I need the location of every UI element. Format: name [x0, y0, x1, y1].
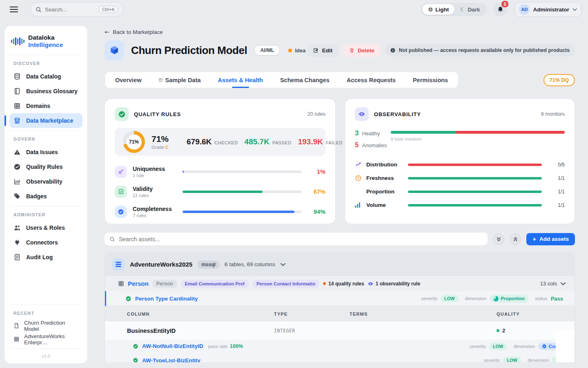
notifications-badge: 5 [501, 0, 510, 8]
dimension-pct: 1% [309, 168, 325, 175]
pass-rate: pass rate 100% [208, 343, 243, 349]
sidebar-item-quality-rules[interactable]: Quality Rules [9, 159, 82, 174]
column-name: BusinessEntityID [127, 328, 274, 334]
monitor-name: Distribution [366, 162, 408, 168]
dimension-name: Completeness [133, 206, 183, 212]
orange-dot [323, 282, 326, 285]
table-grid-icon [118, 280, 124, 287]
storefront-icon [13, 117, 21, 124]
collapse-all-button[interactable] [510, 233, 521, 245]
observability-card: OBSERVABILITY 8 monitors 3 Healthy 5 Ano… [345, 99, 575, 224]
global-search[interactable]: Ctrl+K [30, 2, 123, 17]
column-row-businessentityid[interactable]: BusinessEntityID INTEGER 2 [105, 321, 575, 340]
user-menu[interactable]: AD Administrator [514, 2, 581, 17]
tab-schema-changes[interactable]: Schema Changes [272, 72, 338, 88]
table-row-person[interactable]: Person Person Email Communication Pref P… [105, 276, 575, 291]
sidebar-item-label: Business Glossary [26, 88, 78, 94]
quality-rules-card: QUALITY RULES 20 rules 71% 71% Grade C 6… [105, 99, 336, 224]
tab-overview[interactable]: Overview [107, 72, 150, 88]
sidebar-item-data-marketplace[interactable]: Data Marketplace [9, 113, 82, 128]
rule-name-link[interactable]: Person Type Cardinality [135, 296, 198, 302]
asset-group-header[interactable]: AdventureWorks2025 mssql 6 tables, 69 co… [105, 253, 575, 276]
status-value: Pass [551, 296, 563, 302]
assets-search-input[interactable] [119, 236, 483, 242]
monitor-row-proportion: Proportion 1/1 [355, 185, 565, 198]
tab-permissions[interactable]: Permissions [404, 72, 457, 88]
completeness-progress-bar [183, 211, 302, 213]
sidebar-item-badges[interactable]: Badges [9, 189, 82, 204]
dimension-rules: 12 rules [133, 193, 183, 198]
sidebar-item-business-glossary[interactable]: Business Glossary [9, 84, 82, 99]
sidebar-item-connectors[interactable]: Connectors [9, 235, 82, 250]
assets-search[interactable] [105, 233, 488, 245]
sidebar-item-observability[interactable]: Observability [9, 174, 82, 189]
donut-label: 71% [129, 139, 139, 145]
total-monitors-label: 8 total monitors [391, 137, 565, 141]
monitors-health-bar [391, 131, 565, 134]
status-label: status [535, 296, 548, 301]
avatar: AD [519, 4, 530, 15]
monitor-name: Freshness [366, 175, 408, 181]
edit-button[interactable]: Edit [307, 44, 339, 57]
quality-summary: 71% 71% Grade C 679.6K CHECKED 485.7K PA… [115, 128, 325, 156]
table-name-link[interactable]: Person [128, 280, 149, 287]
sidebar: Dataloka Intelligence DISCOVER Data Cata… [4, 25, 88, 364]
theme-dark-button[interactable]: ☾ Dark [454, 4, 486, 15]
chevron-down-icon[interactable] [281, 263, 285, 266]
expand-all-button[interactable] [493, 233, 504, 245]
sidebar-item-domains[interactable]: Domains [9, 99, 82, 113]
sidebar-item-label: Quality Rules [26, 164, 62, 170]
tab-sample-data[interactable]: Sample Data [150, 72, 209, 88]
failed-stat: 193.9K FAILED [298, 137, 343, 146]
hamburger-menu-button[interactable] [7, 2, 21, 17]
column-rule-row[interactable]: AW-TypeList-BizEntity severity LOW dimen… [105, 352, 575, 362]
sidebar-item-label: Badges [26, 193, 47, 200]
trash-icon [349, 47, 354, 53]
corner-overlay [556, 330, 575, 362]
column-rule-row[interactable]: AW-NotNull-BizEntityID pass rate 100% se… [105, 340, 575, 352]
recent-item-churn-prediction-model[interactable]: Churn Prediction Model [9, 319, 82, 332]
quality-check-icon [115, 107, 129, 121]
term-pill[interactable]: Person Contact Informatio [252, 280, 319, 288]
back-to-marketplace-link[interactable]: ← Back to Marketplace [105, 29, 163, 35]
nav-section-govern: GOVERN Data Issues Quality Rules Observa… [4, 132, 87, 205]
dq-score-badge: 71% DQ [543, 74, 575, 86]
delete-button[interactable]: Delete [343, 44, 381, 57]
checked-stat: 679.6K CHECKED [187, 137, 238, 146]
main-content: ← Back to Marketplace Churn Prediction M… [88, 19, 588, 362]
grid-icon [13, 102, 21, 110]
table-rule-row[interactable]: Person Type Cardinality severity LOW dim… [105, 291, 575, 306]
monitor-name: Volume [366, 202, 408, 208]
sidebar-item-data-issues[interactable]: Data Issues [9, 145, 82, 159]
tab-assets-health[interactable]: Assets & Health [209, 72, 272, 88]
file-icon [13, 323, 20, 329]
recent-item-adventureworks[interactable]: AdventureWorks Enterpr… [9, 332, 82, 346]
product-cube-icon [105, 40, 124, 60]
tab-access-requests[interactable]: Access Requests [338, 72, 404, 88]
theme-light-button[interactable]: ⚙ Light [422, 4, 454, 15]
dimension-row-validity: Validity12 rules 67% [115, 182, 325, 202]
status-label: Idea [295, 47, 305, 54]
theme-light-label: Light [435, 7, 449, 13]
rule-name-link[interactable]: AW-NotNull-BizEntityID [142, 343, 203, 349]
sidebar-item-users-roles[interactable]: Users & Roles [9, 220, 82, 235]
chevron-down-icon[interactable] [561, 282, 566, 285]
sun-gear-icon: ⚙ [428, 6, 433, 13]
dq-donut-chart: 71% [123, 131, 145, 153]
assets-panel: AdventureWorks2025 mssql 6 tables, 69 co… [105, 253, 575, 362]
pencil-icon [313, 47, 319, 53]
active-indicator [4, 115, 6, 126]
term-pill[interactable]: Email Communication Pref [181, 280, 249, 288]
monitor-name: Proportion [366, 188, 408, 195]
sidebar-item-data-catalog[interactable]: Data Catalog [9, 69, 82, 84]
sidebar-item-audit-log[interactable]: Audit Log [9, 250, 82, 265]
check-circle-icon [115, 206, 127, 218]
validity-progress-bar [183, 191, 302, 193]
rule-name-link[interactable]: AW-TypeList-BizEntity [142, 357, 200, 363]
app-logo[interactable]: Dataloka Intelligence [4, 29, 87, 54]
database-icon [13, 73, 21, 80]
add-assets-button[interactable]: + Add assets [526, 233, 575, 245]
global-search-input[interactable] [45, 7, 96, 13]
edit-button-label: Edit [322, 47, 333, 54]
check-circle-icon [13, 163, 21, 171]
